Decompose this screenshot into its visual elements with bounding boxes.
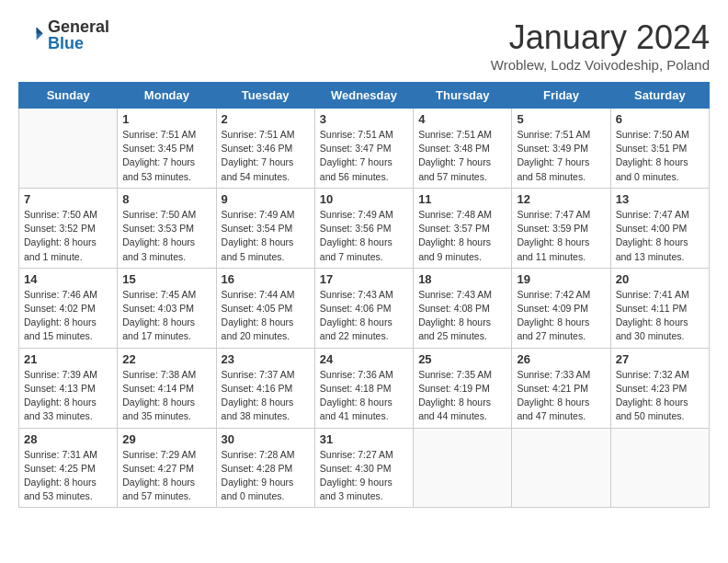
day-info: Sunrise: 7:32 AMSunset: 4:23 PMDaylight:…: [616, 368, 704, 424]
sunrise-text: Sunrise: 7:51 AM: [320, 128, 408, 142]
day-info: Sunrise: 7:50 AMSunset: 3:52 PMDaylight:…: [24, 208, 112, 264]
day-number: 26: [517, 352, 605, 366]
day-info: Sunrise: 7:41 AMSunset: 4:11 PMDaylight:…: [616, 288, 704, 344]
day-number: 4: [418, 112, 506, 126]
calendar-cell: 6Sunrise: 7:50 AMSunset: 3:51 PMDaylight…: [610, 109, 709, 189]
sunrise-text: Sunrise: 7:51 AM: [222, 128, 310, 142]
calendar-cell: [610, 428, 709, 508]
calendar-cell: 29Sunrise: 7:29 AMSunset: 4:27 PMDayligh…: [118, 428, 216, 508]
day-number: 10: [320, 192, 408, 206]
day-number: 28: [24, 432, 112, 446]
sunset-text: Sunset: 4:30 PM: [320, 462, 408, 476]
sunset-text: Sunset: 4:05 PM: [222, 302, 310, 316]
logo-icon: [18, 22, 44, 48]
day-info: Sunrise: 7:36 AMSunset: 4:18 PMDaylight:…: [320, 368, 408, 424]
daylight-text: Daylight: 8 hours and 13 minutes.: [616, 236, 704, 263]
calendar-table: SundayMondayTuesdayWednesdayThursdayFrid…: [18, 82, 710, 508]
calendar-cell: 15Sunrise: 7:45 AMSunset: 4:03 PMDayligh…: [118, 268, 216, 348]
day-number: 25: [418, 352, 506, 366]
daylight-text: Daylight: 8 hours and 22 minutes.: [320, 316, 408, 343]
calendar-cell: 11Sunrise: 7:48 AMSunset: 3:57 PMDayligh…: [414, 188, 512, 268]
day-info: Sunrise: 7:28 AMSunset: 4:28 PMDaylight:…: [222, 448, 310, 504]
calendar-week-row: 28Sunrise: 7:31 AMSunset: 4:25 PMDayligh…: [19, 428, 710, 508]
day-info: Sunrise: 7:51 AMSunset: 3:48 PMDaylight:…: [418, 128, 506, 184]
calendar-cell: 27Sunrise: 7:32 AMSunset: 4:23 PMDayligh…: [610, 348, 709, 428]
calendar-day-header: Tuesday: [216, 83, 314, 109]
sunset-text: Sunset: 4:23 PM: [616, 382, 704, 396]
sunrise-text: Sunrise: 7:47 AM: [616, 208, 704, 222]
logo-blue: Blue: [48, 35, 109, 52]
day-number: 21: [24, 352, 112, 366]
daylight-text: Daylight: 8 hours and 38 minutes.: [222, 396, 310, 423]
sunrise-text: Sunrise: 7:43 AM: [320, 288, 408, 302]
calendar-cell: 18Sunrise: 7:43 AMSunset: 4:08 PMDayligh…: [414, 268, 512, 348]
sunrise-text: Sunrise: 7:51 AM: [122, 128, 210, 142]
sunrise-text: Sunrise: 7:51 AM: [517, 128, 605, 142]
sunrise-text: Sunrise: 7:45 AM: [122, 288, 210, 302]
daylight-text: Daylight: 8 hours and 15 minutes.: [24, 316, 112, 343]
day-number: 29: [122, 432, 210, 446]
daylight-text: Daylight: 8 hours and 5 minutes.: [222, 236, 310, 263]
day-info: Sunrise: 7:49 AMSunset: 3:56 PMDaylight:…: [320, 208, 408, 264]
calendar-week-row: 1Sunrise: 7:51 AMSunset: 3:45 PMDaylight…: [19, 109, 710, 189]
daylight-text: Daylight: 8 hours and 33 minutes.: [24, 396, 112, 423]
calendar-cell: 19Sunrise: 7:42 AMSunset: 4:09 PMDayligh…: [512, 268, 610, 348]
logo-general: General: [48, 18, 109, 35]
sunrise-text: Sunrise: 7:48 AM: [418, 208, 506, 222]
daylight-text: Daylight: 8 hours and 41 minutes.: [320, 396, 408, 423]
day-info: Sunrise: 7:46 AMSunset: 4:02 PMDaylight:…: [24, 288, 112, 344]
calendar-cell: 31Sunrise: 7:27 AMSunset: 4:30 PMDayligh…: [314, 428, 413, 508]
calendar-cell: 7Sunrise: 7:50 AMSunset: 3:52 PMDaylight…: [19, 188, 118, 268]
svg-marker-1: [37, 28, 43, 34]
daylight-text: Daylight: 7 hours and 57 minutes.: [418, 155, 506, 183]
calendar-header-row: SundayMondayTuesdayWednesdayThursdayFrid…: [19, 83, 710, 109]
day-number: 3: [320, 112, 408, 126]
calendar-cell: 4Sunrise: 7:51 AMSunset: 3:48 PMDaylight…: [414, 109, 512, 189]
calendar-cell: 2Sunrise: 7:51 AMSunset: 3:46 PMDaylight…: [216, 109, 314, 189]
sunrise-text: Sunrise: 7:33 AM: [517, 368, 605, 382]
daylight-text: Daylight: 8 hours and 20 minutes.: [222, 316, 310, 343]
day-number: 17: [320, 272, 408, 286]
sunset-text: Sunset: 3:51 PM: [616, 142, 704, 155]
sunset-text: Sunset: 3:45 PM: [122, 142, 210, 155]
day-info: Sunrise: 7:48 AMSunset: 3:57 PMDaylight:…: [418, 208, 506, 264]
daylight-text: Daylight: 8 hours and 9 minutes.: [418, 236, 506, 263]
sunset-text: Sunset: 4:11 PM: [616, 302, 704, 316]
calendar-cell: 17Sunrise: 7:43 AMSunset: 4:06 PMDayligh…: [314, 268, 413, 348]
calendar-cell: 28Sunrise: 7:31 AMSunset: 4:25 PMDayligh…: [19, 428, 118, 508]
calendar-cell: 10Sunrise: 7:49 AMSunset: 3:56 PMDayligh…: [314, 188, 413, 268]
calendar-week-row: 21Sunrise: 7:39 AMSunset: 4:13 PMDayligh…: [19, 348, 710, 428]
sunset-text: Sunset: 3:57 PM: [418, 222, 506, 236]
calendar-cell: [414, 428, 512, 508]
sunset-text: Sunset: 3:48 PM: [418, 142, 506, 155]
day-info: Sunrise: 7:44 AMSunset: 4:05 PMDaylight:…: [222, 288, 310, 344]
calendar-cell: 21Sunrise: 7:39 AMSunset: 4:13 PMDayligh…: [19, 348, 118, 428]
sunset-text: Sunset: 4:19 PM: [418, 382, 506, 396]
daylight-text: Daylight: 8 hours and 47 minutes.: [517, 396, 605, 423]
calendar-cell: 5Sunrise: 7:51 AMSunset: 3:49 PMDaylight…: [512, 109, 610, 189]
day-info: Sunrise: 7:33 AMSunset: 4:21 PMDaylight:…: [517, 368, 605, 424]
daylight-text: Daylight: 8 hours and 30 minutes.: [616, 316, 704, 343]
sunrise-text: Sunrise: 7:49 AM: [222, 208, 310, 222]
day-info: Sunrise: 7:35 AMSunset: 4:19 PMDaylight:…: [418, 368, 506, 424]
sunset-text: Sunset: 4:09 PM: [517, 302, 605, 316]
calendar-cell: 26Sunrise: 7:33 AMSunset: 4:21 PMDayligh…: [512, 348, 610, 428]
sunrise-text: Sunrise: 7:49 AM: [320, 208, 408, 222]
sunrise-text: Sunrise: 7:44 AM: [222, 288, 310, 302]
sunset-text: Sunset: 3:54 PM: [222, 222, 310, 236]
sunset-text: Sunset: 4:03 PM: [122, 302, 210, 316]
sunset-text: Sunset: 3:46 PM: [222, 142, 310, 155]
calendar-day-header: Wednesday: [314, 83, 413, 109]
sunrise-text: Sunrise: 7:43 AM: [418, 288, 506, 302]
day-number: 13: [616, 192, 704, 206]
calendar-cell: 22Sunrise: 7:38 AMSunset: 4:14 PMDayligh…: [118, 348, 216, 428]
sunset-text: Sunset: 4:25 PM: [24, 462, 112, 476]
day-number: 1: [122, 112, 210, 126]
day-info: Sunrise: 7:51 AMSunset: 3:46 PMDaylight:…: [222, 128, 310, 184]
sunrise-text: Sunrise: 7:37 AM: [222, 368, 310, 382]
daylight-text: Daylight: 8 hours and 50 minutes.: [616, 396, 704, 423]
day-info: Sunrise: 7:42 AMSunset: 4:09 PMDaylight:…: [517, 288, 605, 344]
sunset-text: Sunset: 4:28 PM: [222, 462, 310, 476]
calendar-cell: 16Sunrise: 7:44 AMSunset: 4:05 PMDayligh…: [216, 268, 314, 348]
day-info: Sunrise: 7:49 AMSunset: 3:54 PMDaylight:…: [222, 208, 310, 264]
